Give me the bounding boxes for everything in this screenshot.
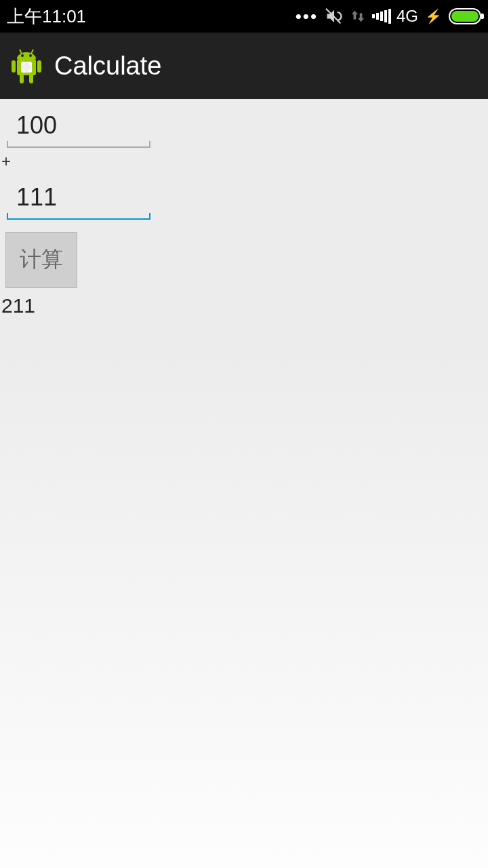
app-icon [9,47,43,85]
operator-label: + [0,148,488,171]
svg-rect-3 [20,74,24,83]
operand1-wrap [3,99,152,148]
svg-rect-4 [29,74,33,83]
svg-line-5 [20,50,22,54]
app-bar: Calculate [0,33,488,99]
svg-line-6 [31,50,33,54]
mute-icon [325,7,344,26]
battery-icon [449,8,481,24]
status-bar: 上午11:01 ••• 4G ⚡ [0,0,488,33]
signal-icon [372,9,391,24]
operand2-input[interactable] [7,174,150,220]
data-transfer-icon [350,9,365,24]
svg-point-8 [21,54,24,57]
svg-rect-0 [12,60,16,73]
calculate-button[interactable]: 计算 [5,232,77,288]
operand1-input[interactable] [7,102,150,148]
content-area: + 计算 211 [0,99,488,317]
operand2-wrap [3,171,152,220]
network-label: 4G [396,7,418,26]
more-icon: ••• [296,6,318,27]
status-time: 上午11:01 [7,5,86,28]
charging-icon: ⚡ [425,8,442,24]
app-title: Calculate [54,52,161,81]
svg-rect-1 [37,60,41,73]
result-label: 211 [0,288,488,317]
svg-point-9 [29,54,32,57]
status-icons: ••• 4G ⚡ [296,6,481,27]
